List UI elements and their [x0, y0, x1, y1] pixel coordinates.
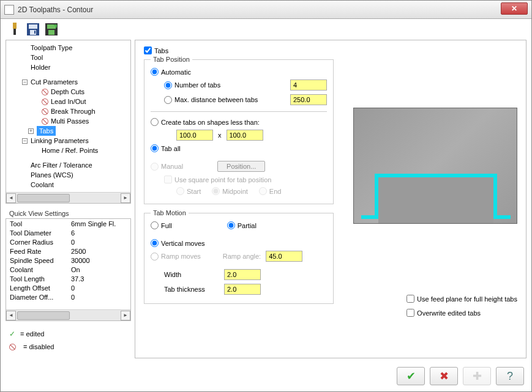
disabled-icon — [42, 89, 48, 95]
horizontal-scrollbar[interactable]: ◄ ► — [6, 192, 130, 203]
tree-item: Tool — [7, 53, 129, 62]
tree-item: Lead In/Out — [7, 97, 129, 106]
qv-label: Spindle Speed — [10, 257, 71, 266]
tree-item: Depth Cuts — [7, 87, 129, 97]
preview-shape-icon — [361, 173, 511, 223]
help-button[interactable]: ? — [496, 367, 524, 385]
scroll-thumb[interactable] — [17, 194, 70, 202]
horizontal-scrollbar[interactable]: ◄ ► — [6, 309, 130, 320]
disabled-icon — [42, 98, 48, 105]
toolbar — [1, 19, 531, 40]
tool-icon — [9, 23, 20, 36]
number-of-tabs-input[interactable] — [290, 80, 327, 91]
midpoint-radio: Midpoint — [212, 187, 248, 195]
number-of-tabs-radio[interactable]: Number of tabs — [164, 81, 220, 89]
collapse-icon[interactable]: − — [22, 138, 28, 144]
disabled-icon — [42, 118, 48, 125]
qv-label: Feed Rate — [10, 248, 71, 257]
footer-buttons: ✔ ✖ ✚ ? — [1, 363, 531, 391]
left-column: Toolpath Type Tool Holder −Cut Parameter… — [6, 40, 131, 358]
shape-x-input[interactable] — [176, 130, 213, 141]
ok-button[interactable]: ✔ — [397, 367, 425, 385]
tree-body[interactable]: Toolpath Type Tool Holder −Cut Parameter… — [6, 40, 130, 192]
thickness-input[interactable] — [224, 284, 261, 295]
use-square-checkbox: Use square point for tab position — [164, 176, 271, 183]
qv-value: 0 — [71, 239, 127, 248]
start-radio: Start — [176, 187, 201, 195]
window-title: 2D Toolpaths - Contour — [18, 6, 93, 14]
divider — [151, 111, 327, 112]
quick-view-row: Feed Rate2500 — [10, 248, 127, 257]
save-button[interactable] — [25, 21, 41, 37]
scroll-right-button[interactable]: ► — [121, 193, 130, 203]
overwrite-checkbox[interactable]: Overwrite edited tabs — [406, 309, 517, 317]
question-icon: ? — [507, 370, 513, 383]
max-distance-radio[interactable]: Max. distance between tabs — [164, 96, 258, 104]
tree-item: Break Through — [7, 106, 129, 116]
width-label: Width — [164, 271, 219, 278]
qv-value: 37.3 — [71, 275, 127, 284]
add-button: ✚ — [463, 367, 491, 385]
use-feed-plane-checkbox[interactable]: Use feed plane for full height tabs — [406, 295, 517, 303]
svg-rect-8 — [48, 30, 54, 35]
qv-value: On — [71, 266, 127, 275]
tree-panel: Toolpath Type Tool Holder −Cut Parameter… — [6, 40, 131, 204]
preview-image — [353, 108, 517, 224]
scroll-thumb[interactable] — [17, 311, 70, 320]
checkmark-icon: ✔ — [406, 369, 416, 383]
quick-view-row: Diameter Off...0 — [10, 294, 127, 303]
qv-label: Tool Length — [10, 275, 71, 284]
manual-radio: Manual — [151, 163, 183, 171]
tab-position-group: Tab Position Automatic Number of tabs Ma… — [144, 56, 334, 204]
expand-icon[interactable]: + — [28, 128, 34, 134]
cancel-button[interactable]: ✖ — [430, 367, 458, 385]
scroll-right-button[interactable]: ► — [121, 311, 130, 320]
disabled-icon — [9, 344, 16, 350]
qv-label: Coolant — [10, 266, 71, 275]
quick-view-row: Corner Radius0 — [10, 239, 127, 248]
ramp-angle-input[interactable] — [266, 251, 302, 262]
tool-icon-button[interactable] — [7, 21, 23, 37]
title-bar[interactable]: 2D Toolpaths - Contour ✕ — [1, 1, 531, 19]
close-button[interactable]: ✕ — [501, 2, 528, 15]
app-icon — [4, 5, 14, 15]
collapse-icon[interactable]: − — [22, 80, 28, 85]
qv-label: Corner Radius — [10, 239, 71, 248]
qv-value: 0 — [71, 284, 127, 294]
scroll-left-button[interactable]: ◄ — [6, 311, 16, 320]
quick-view-title: Quick View Settings — [6, 207, 131, 218]
quick-view-row: Tool Diameter6 — [10, 229, 127, 239]
quick-view-row: Spindle Speed30000 — [10, 257, 127, 266]
tree-item: Multi Passes — [7, 116, 129, 126]
tree-item: −Linking Parameters — [7, 136, 129, 146]
partial-radio[interactable]: Partial — [227, 221, 257, 229]
tab-motion-group: Tab Motion Full Partial Vertical moves R… — [144, 209, 334, 304]
scroll-left-button[interactable]: ◄ — [6, 193, 16, 203]
tabs-checkbox[interactable]: Tabs — [144, 46, 517, 54]
vertical-moves-radio[interactable]: Vertical moves — [151, 239, 205, 247]
svg-rect-9 — [378, 177, 493, 223]
tree-item: Arc Filter / Tolerance — [7, 160, 129, 170]
create-on-shapes-radio[interactable]: Create tabs on shapes less than: — [151, 118, 260, 126]
quick-view-row: Tool Length37.3 — [10, 275, 127, 284]
full-radio[interactable]: Full — [151, 221, 172, 229]
qv-value: 6 — [71, 229, 127, 239]
tab-all-radio[interactable]: Tab all — [151, 144, 181, 152]
save-as-button[interactable] — [43, 21, 59, 37]
qv-label: Tool — [10, 220, 71, 229]
max-distance-input[interactable] — [290, 94, 327, 105]
width-input[interactable] — [224, 269, 261, 280]
floppy-icon — [26, 23, 40, 36]
checkmark-icon: ✓ — [9, 330, 15, 338]
quick-view-row: Length Offset0 — [10, 284, 127, 294]
quick-view-section: Quick View Settings Tool6mm Single Fl.To… — [6, 207, 131, 321]
shape-y-input[interactable] — [227, 130, 263, 141]
ramp-moves-radio[interactable]: Ramp moves — [151, 253, 201, 261]
x-icon: ✖ — [440, 369, 449, 383]
svg-rect-0 — [13, 23, 17, 29]
svg-rect-1 — [13, 29, 16, 35]
fieldset-legend: Tab Position — [151, 56, 192, 63]
automatic-radio[interactable]: Automatic — [151, 68, 191, 76]
dialog-window: 2D Toolpaths - Contour ✕ Toolpath Type T… — [0, 0, 532, 392]
fieldset-legend: Tab Motion — [151, 209, 189, 216]
